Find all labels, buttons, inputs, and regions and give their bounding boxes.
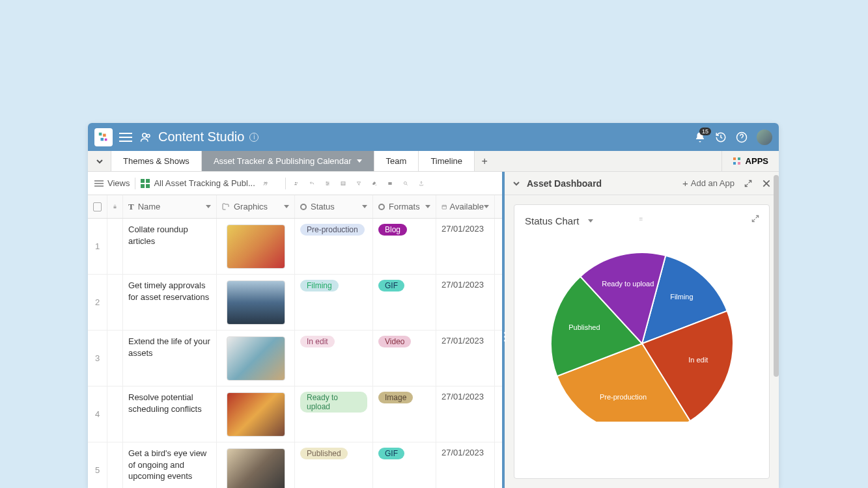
svg-rect-0 [99, 132, 102, 135]
notifications-button[interactable]: 15 [694, 131, 706, 143]
list-icon[interactable] [338, 179, 348, 188]
dashboard-header: Asset Dashboard +Add an App [505, 172, 779, 195]
svg-line-33 [406, 184, 408, 185]
table-row[interactable]: 4 Resolve potential scheduling conflicts… [88, 386, 502, 442]
column-name[interactable]: TName [123, 195, 217, 218]
info-icon[interactable]: i [249, 133, 259, 142]
filter-icon[interactable] [354, 179, 364, 188]
pane-splitter[interactable] [503, 332, 506, 342]
current-view-button[interactable]: All Asset Tracking & Publ... [141, 178, 255, 188]
notification-badge: 15 [699, 128, 711, 135]
svg-text:Published: Published [568, 323, 600, 331]
row-graphics[interactable] [217, 219, 295, 274]
row-number: 3 [88, 331, 107, 386]
drag-handle-icon[interactable]: ≡ [639, 215, 645, 223]
svg-rect-9 [733, 162, 736, 165]
paint-icon[interactable] [369, 179, 380, 188]
svg-rect-1 [103, 133, 106, 137]
help-icon[interactable] [736, 131, 748, 143]
column-graphics[interactable]: Graphics [217, 195, 295, 218]
column-status[interactable]: Status [295, 195, 373, 218]
svg-rect-35 [442, 205, 446, 209]
row-number: 1 [88, 219, 107, 274]
tab-collapse-button[interactable] [88, 151, 111, 171]
expand-icon[interactable] [744, 179, 753, 188]
row-name[interactable]: Collate roundup articles [123, 219, 217, 274]
tab-asset-tracker[interactable]: Asset Tracker & Publishing Calendar [202, 151, 374, 171]
history-icon[interactable] [715, 131, 727, 143]
row-name[interactable]: Get a bird's eye view of ongoing and upc… [123, 442, 217, 488]
row-status[interactable]: Filming [295, 275, 373, 330]
tab-team[interactable]: Team [374, 151, 419, 171]
table-header: TName Graphics Status Formats Available [88, 195, 502, 219]
svg-point-32 [404, 182, 406, 184]
share-view-icon[interactable] [260, 179, 271, 188]
more-icon[interactable] [276, 179, 280, 188]
row-graphics[interactable] [217, 442, 295, 488]
column-available[interactable]: Available [436, 195, 495, 218]
svg-text:Pre-production: Pre-production [599, 393, 646, 401]
table-row[interactable]: 1 Collate roundup articles Pre-productio… [88, 219, 502, 275]
users-icon[interactable] [140, 131, 152, 143]
settings-icon[interactable] [322, 179, 333, 188]
row-available: 27/01/2023 [436, 386, 495, 442]
row-available: 27/01/2023 [436, 275, 495, 330]
add-tab-button[interactable]: + [475, 151, 494, 171]
table-row[interactable]: 5 Get a bird's eye view of ongoing and u… [88, 442, 502, 488]
svg-rect-31 [388, 182, 391, 185]
chart-card: Status Chart ≡ FilmingIn editPre-product… [514, 204, 770, 479]
row-status[interactable]: In edit [295, 331, 373, 386]
tab-bar: Themes & Shows Asset Tracker & Publishin… [88, 151, 779, 172]
search-icon[interactable] [400, 179, 411, 188]
row-graphics[interactable] [217, 386, 295, 442]
table-row[interactable]: 3 Extend the life of your assets In edit… [88, 331, 502, 386]
row-name[interactable]: Extend the life of your assets [123, 331, 217, 386]
export-icon[interactable] [416, 179, 427, 188]
svg-point-14 [264, 182, 265, 183]
chevron-down-icon[interactable] [512, 180, 520, 187]
svg-rect-2 [101, 137, 104, 141]
row-format[interactable]: Video [373, 331, 436, 386]
row-graphics[interactable] [217, 331, 295, 386]
select-all-checkbox[interactable] [88, 195, 107, 218]
svg-point-18 [278, 187, 280, 188]
scrollbar[interactable] [774, 175, 779, 377]
row-format[interactable]: Blog [373, 219, 436, 274]
dashboard-pane: Asset Dashboard +Add an App Status Chart… [505, 172, 779, 488]
row-status[interactable]: Ready to upload [295, 386, 373, 442]
row-number: 2 [88, 275, 107, 330]
app-logo[interactable] [94, 128, 113, 146]
menu-icon[interactable] [119, 130, 132, 144]
grid-pane: Views All Asset Tracking & Publ... [88, 172, 505, 488]
row-graphics[interactable] [217, 275, 295, 330]
svg-point-26 [326, 184, 327, 185]
column-formats[interactable]: Formats [373, 195, 436, 218]
page-title: Content Studio [158, 129, 244, 144]
undo-icon[interactable] [307, 179, 317, 188]
card-icon[interactable] [385, 179, 395, 188]
svg-point-24 [326, 182, 327, 182]
expand-chart-icon[interactable] [751, 214, 760, 223]
row-status[interactable]: Pre-production [295, 219, 373, 274]
titlebar: Content Studio i 15 [88, 123, 779, 151]
row-lock [107, 275, 123, 330]
row-lock [107, 219, 123, 274]
row-name[interactable]: Resolve potential scheduling conflicts [123, 386, 217, 442]
table-row[interactable]: 2 Get timely approvals for asset reserva… [88, 275, 502, 331]
views-button[interactable]: Views [94, 178, 130, 188]
row-format[interactable]: GIF [373, 442, 436, 488]
row-format[interactable]: Image [373, 386, 436, 442]
user-avatar[interactable] [757, 129, 772, 145]
svg-text:Ready to upload: Ready to upload [602, 280, 654, 288]
tab-themes-shows[interactable]: Themes & Shows [111, 151, 202, 171]
people-icon[interactable] [291, 179, 301, 188]
row-format[interactable]: GIF [373, 275, 436, 330]
row-status[interactable]: Published [295, 442, 373, 488]
svg-text:In edit: In edit [688, 356, 708, 364]
svg-point-5 [147, 134, 150, 137]
row-name[interactable]: Get timely approvals for asset reservati… [123, 275, 217, 330]
apps-button[interactable]: APPS [721, 151, 779, 171]
close-icon[interactable] [762, 179, 771, 188]
add-app-button[interactable]: +Add an App [682, 178, 735, 189]
tab-timeline[interactable]: Timeline [419, 151, 475, 171]
